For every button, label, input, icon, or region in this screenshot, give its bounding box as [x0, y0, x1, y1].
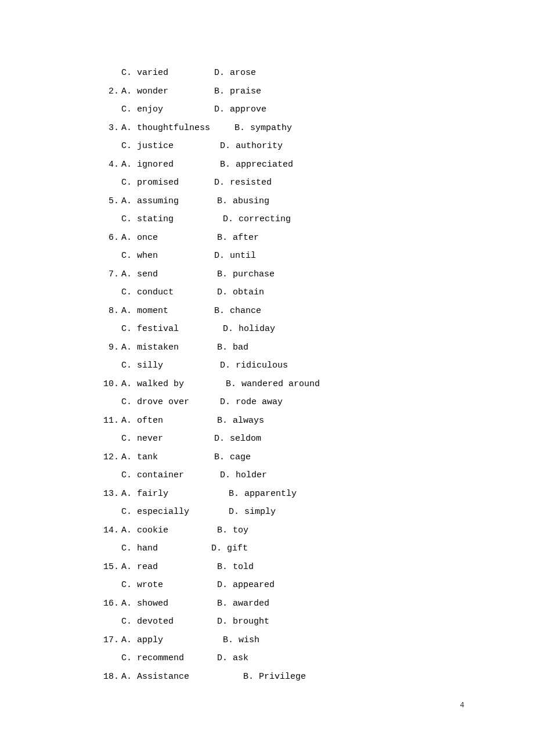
- answer-option: D. holder: [220, 466, 267, 485]
- option-label: A.: [121, 123, 132, 133]
- question-row: C. drove overD. rode away: [102, 393, 534, 412]
- answer-option: D. authority: [220, 137, 283, 156]
- number-spacer: [102, 210, 119, 229]
- answer-option: A. moment: [121, 302, 214, 321]
- answer-option: A. read: [121, 558, 217, 577]
- answer-option: D. brought: [217, 613, 269, 631]
- option-text: wandered around: [241, 379, 320, 389]
- question-number: 12.: [102, 448, 119, 467]
- question-number: 15.: [102, 558, 119, 577]
- question-row: 7.A. sendB. purchase: [102, 265, 534, 284]
- option-label: C.: [121, 251, 132, 261]
- answer-option: C. devoted: [121, 613, 217, 631]
- option-label: A.: [121, 196, 132, 206]
- question-row: 14.A. cookieB. toy: [102, 521, 534, 540]
- question-row: 13.A. fairlyB. apparently: [102, 485, 534, 503]
- answer-option: B. abusing: [217, 192, 269, 211]
- option-label: B.: [217, 416, 228, 426]
- option-label: A.: [121, 379, 132, 389]
- question-number: 9.: [102, 339, 119, 357]
- option-label: C.: [121, 287, 132, 297]
- option-label: D.: [214, 434, 225, 444]
- option-text: gift: [227, 543, 248, 553]
- number-spacer: [102, 247, 119, 265]
- option-text: Privilege: [259, 672, 306, 682]
- answer-option: D. arose: [214, 64, 256, 82]
- question-row: C. promisedD. resisted: [102, 174, 534, 192]
- number-spacer: [102, 503, 119, 521]
- answer-option: D. holiday: [223, 320, 275, 339]
- option-text: conduct: [137, 287, 174, 297]
- question-row: C. recommendD. ask: [102, 649, 534, 668]
- question-row: 18.A. AssistanceB. Privilege: [102, 668, 534, 686]
- question-number: 18.: [102, 668, 119, 686]
- answer-option: C. drove over: [121, 393, 220, 412]
- question-number: 14.: [102, 521, 119, 540]
- answer-option: A. ignored: [121, 156, 220, 174]
- number-spacer: [102, 649, 119, 668]
- option-label: A.: [121, 306, 132, 316]
- option-label: C.: [121, 361, 132, 370]
- option-text: appreciated: [236, 160, 293, 170]
- answer-option: B. always: [217, 412, 264, 430]
- answer-option: B. wish: [223, 631, 259, 650]
- answer-option: B. after: [217, 229, 259, 247]
- document-page: C. variedD. arose2.A. wonderB. praiseC. …: [0, 0, 534, 686]
- option-label: D.: [223, 324, 233, 334]
- answer-option: C. hand: [121, 539, 211, 558]
- question-row: 6.A. onceB. after: [102, 229, 534, 247]
- option-text: silly: [137, 361, 163, 370]
- option-label: C.: [121, 653, 132, 663]
- answer-option: D. rode away: [220, 393, 283, 412]
- answer-option: C. conduct: [121, 283, 217, 302]
- option-text: approve: [230, 105, 266, 114]
- option-text: devoted: [137, 617, 174, 627]
- answer-option: D. until: [214, 247, 256, 265]
- question-row: C. statingD. correcting: [102, 210, 534, 229]
- question-row: 15.A. readB. told: [102, 558, 534, 577]
- option-label: B.: [223, 635, 233, 645]
- answer-option: B. awarded: [217, 595, 269, 613]
- answer-option: B. Privilege: [243, 668, 306, 686]
- answer-option: D. seldom: [214, 430, 261, 448]
- option-label: A.: [121, 416, 132, 426]
- number-spacer: [102, 320, 119, 339]
- question-number: 4.: [102, 156, 119, 174]
- option-text: until: [230, 251, 256, 261]
- option-text: wish: [239, 635, 259, 645]
- question-number: 5.: [102, 192, 119, 211]
- answer-option: A. tank: [121, 448, 214, 467]
- option-text: ignored: [137, 160, 174, 170]
- answer-option: A. assuming: [121, 192, 217, 211]
- answer-option: C. never: [121, 430, 214, 448]
- question-row: 10.A. walked byB. wandered around: [102, 375, 534, 394]
- answer-option: C. especially: [121, 503, 229, 521]
- option-text: abusing: [233, 196, 269, 206]
- answer-option: C. varied: [121, 64, 214, 82]
- answer-option: D. approve: [214, 100, 266, 119]
- answer-option: C. festival: [121, 320, 223, 339]
- question-row: 8.A. momentB. chance: [102, 302, 534, 321]
- answer-option: A. fairly: [121, 485, 229, 503]
- answer-option: B. purchase: [217, 265, 275, 284]
- answer-option: B. appreciated: [220, 156, 293, 174]
- option-text: ask: [233, 653, 248, 663]
- option-label: C.: [121, 434, 132, 444]
- option-label: A.: [121, 269, 132, 279]
- option-text: Assistance: [137, 672, 189, 682]
- option-label: D.: [211, 543, 222, 553]
- answer-option: D. obtain: [217, 283, 264, 302]
- option-label: B.: [214, 452, 225, 462]
- option-text: correcting: [239, 214, 291, 224]
- option-label: D.: [229, 507, 239, 517]
- question-row: C. especiallyD. simply: [102, 503, 534, 521]
- answer-option: B. wandered around: [226, 375, 320, 394]
- option-text: recommend: [137, 653, 184, 663]
- option-text: promised: [137, 178, 179, 188]
- question-row: C. justiceD. authority: [102, 137, 534, 156]
- answer-option: D. ridiculous: [220, 357, 288, 375]
- option-label: B.: [229, 489, 239, 499]
- number-spacer: [102, 100, 119, 119]
- option-text: ridiculous: [236, 361, 288, 370]
- answer-option: B. sympathy: [234, 119, 292, 138]
